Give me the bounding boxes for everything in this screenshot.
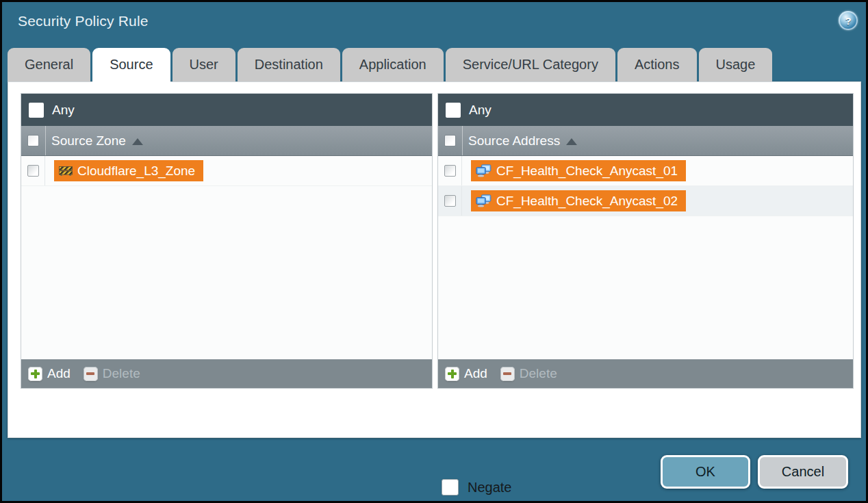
item-label: CF_Health_Check_Anycast_01 <box>496 164 678 179</box>
row-checkbox[interactable] <box>444 165 456 177</box>
list-item[interactable]: CF_Health_Check_Anycast_02 <box>438 186 853 216</box>
tab-general[interactable]: General <box>8 48 90 81</box>
row-checkbox[interactable] <box>27 165 39 177</box>
source-address-footer: Add Delete <box>438 359 853 388</box>
add-button[interactable]: Add <box>445 366 487 381</box>
any-label: Any <box>469 103 492 118</box>
select-all-checkbox[interactable] <box>27 135 39 146</box>
source-zone-column-header[interactable]: Source Zone <box>21 126 432 156</box>
add-button[interactable]: Add <box>28 366 71 381</box>
item-badge[interactable]: Cloudflare_L3_Zone <box>54 160 203 181</box>
list-item[interactable]: Cloudflare_L3_Zone <box>21 156 432 186</box>
sort-ascending-icon <box>132 138 143 145</box>
tab-bar: GeneralSourceUserDestinationApplicationS… <box>8 48 772 81</box>
column-separator <box>45 126 46 155</box>
source-address-list: CF_Health_Check_Anycast_01 <box>438 156 853 359</box>
tab-application[interactable]: Application <box>342 48 444 81</box>
item-badge[interactable]: CF_Health_Check_Anycast_01 <box>471 160 686 181</box>
dialog-content: Any Source Zone <box>8 81 861 438</box>
source-address-any-bar: Any <box>438 94 853 126</box>
source-zone-panel: Any Source Zone <box>21 93 433 389</box>
negate-checkbox[interactable] <box>442 479 459 495</box>
minus-icon <box>84 367 98 381</box>
tab-source[interactable]: Source <box>92 48 170 84</box>
source-address-column-header[interactable]: Source Address <box>438 126 853 156</box>
plus-icon <box>445 367 459 381</box>
zone-icon <box>59 165 73 177</box>
tab-service-url-category[interactable]: Service/URL Category <box>446 48 615 81</box>
source-zone-list: Cloudflare_L3_Zone <box>21 156 432 359</box>
tab-user[interactable]: User <box>173 48 235 81</box>
source-zone-footer: Add Delete <box>21 359 432 388</box>
dialog-title: Security Policy Rule <box>18 13 149 29</box>
tab-usage[interactable]: Usage <box>699 48 773 81</box>
negate-label: Negate <box>468 480 512 495</box>
item-label: CF_Health_Check_Anycast_02 <box>496 194 678 209</box>
item-badge[interactable]: CF_Health_Check_Anycast_02 <box>471 190 686 211</box>
any-label: Any <box>52 103 75 118</box>
delete-button[interactable]: Delete <box>500 366 557 381</box>
tab-actions[interactable]: Actions <box>617 48 697 81</box>
source-zone-any-bar: Any <box>21 94 432 126</box>
cancel-button[interactable]: Cancel <box>758 455 848 489</box>
security-policy-rule-dialog: Security Policy Rule ? GeneralSourceUser… <box>0 0 868 503</box>
column-label: Source Address <box>468 133 560 149</box>
select-all-checkbox[interactable] <box>444 135 456 146</box>
row-checkbox-cell <box>438 186 462 216</box>
minus-icon <box>500 367 515 381</box>
list-item[interactable]: CF_Health_Check_Anycast_01 <box>438 156 853 186</box>
item-label: Cloudflare_L3_Zone <box>77 164 195 179</box>
address-icon <box>476 164 492 177</box>
row-checkbox-cell <box>21 156 45 185</box>
delete-button[interactable]: Delete <box>84 366 140 381</box>
address-icon <box>476 194 492 207</box>
column-label: Source Zone <box>51 133 126 149</box>
any-checkbox[interactable] <box>446 103 461 118</box>
column-separator <box>462 126 463 155</box>
row-checkbox[interactable] <box>444 195 456 207</box>
ok-button[interactable]: OK <box>661 455 750 489</box>
negate-option: Negate <box>442 479 512 495</box>
tab-destination[interactable]: Destination <box>238 48 340 81</box>
any-checkbox[interactable] <box>29 103 44 118</box>
plus-icon <box>28 367 42 381</box>
source-address-panel: Any Source Address <box>437 93 854 389</box>
help-icon[interactable]: ? <box>839 11 858 30</box>
row-checkbox-cell <box>438 156 462 185</box>
sort-ascending-icon <box>566 138 577 145</box>
